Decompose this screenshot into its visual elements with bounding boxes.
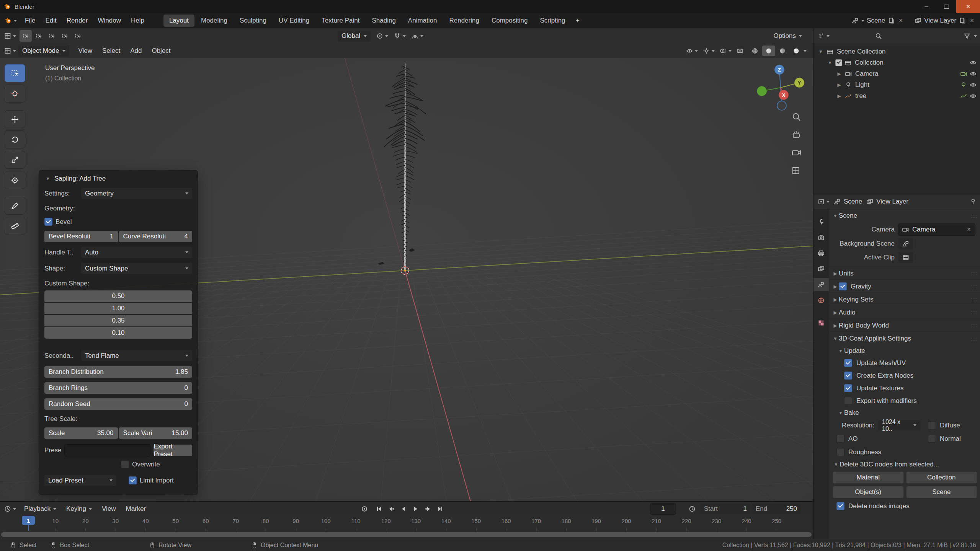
jump-to-end-button[interactable] [435,504,445,514]
tool-annotate[interactable] [5,197,25,215]
bake-ao-checkbox[interactable]: AO [836,435,858,443]
custom-shape-value-field[interactable]: 0.35 [44,315,192,326]
overlays-dropdown[interactable] [719,47,732,55]
preview-range-icon[interactable] [688,505,696,513]
menu-view[interactable]: View [73,47,97,55]
menu-playback[interactable]: Playback [19,505,61,513]
delete-subsection-header[interactable]: ▼Delete 3DC nodes from selected... [829,459,980,470]
gravity-checkbox[interactable] [839,282,847,290]
curve-resolution-field[interactable]: Curve Resoluti 4 [119,231,193,242]
minimize-button[interactable]: – [916,0,936,13]
custom-shape-value-field[interactable]: 0.50 [44,290,192,302]
custom-shape-value-field[interactable]: 0.10 [44,327,192,339]
export-with-modifiers-checkbox[interactable]: Export with modifiers [829,395,980,407]
viewport-editor-type-button[interactable] [0,47,18,55]
section-gravity[interactable]: ▶Gravity [829,280,980,293]
select-mode-lasso[interactable] [59,30,71,42]
shading-rendered-button[interactable] [790,46,803,56]
scale-field[interactable]: Scale35.00 [44,427,118,439]
options-dropdown[interactable]: Options [773,32,802,40]
background-scene-field[interactable] [898,238,913,249]
tool-scale[interactable] [5,151,25,169]
delete-scene-button[interactable]: Scene [906,486,977,498]
shape-dropdown[interactable]: Custom Shape [81,263,192,274]
add-workspace-button[interactable]: + [572,15,583,27]
preset-name-input[interactable] [64,444,150,456]
viewport-3d[interactable]: ZYX User Perspective (1) Collection ▼Sap… [0,58,813,501]
frame-end-field[interactable]: End250 [752,504,801,514]
unlink-scene-button[interactable]: × [897,17,904,24]
menu-object[interactable]: Object [147,47,175,55]
handle-type-dropdown[interactable]: Auto [81,247,192,258]
xray-toggle[interactable] [736,47,744,55]
disclosure-icon[interactable]: ▼ [817,49,824,54]
outliner-row-camera[interactable]: ▶Camera [813,68,980,79]
collection-checkbox[interactable] [835,59,842,66]
workspace-tab-animation[interactable]: Animation [402,15,443,27]
outliner-row-scene-collection[interactable]: ▼Scene Collection [813,46,980,57]
editor-type-button[interactable] [0,32,19,40]
frame-start-field[interactable]: Start1 [700,504,751,514]
update-textures-checkbox[interactable]: Update Textures [829,382,980,395]
bevel-resolution-field[interactable]: Bevel Resoluti 1 [44,231,118,242]
workspace-tab-compositing[interactable]: Compositing [486,15,534,27]
section-audio[interactable]: ▶Audio [829,306,980,319]
close-button[interactable]: × [956,0,980,13]
menu-window[interactable]: Window [93,17,126,24]
tab-output[interactable] [813,247,829,260]
tool-rotate[interactable] [5,130,25,148]
menu-file[interactable]: File [20,17,40,24]
prev-keyframe-button[interactable] [386,504,396,514]
playhead[interactable]: 1 [22,516,35,525]
camera-field[interactable]: Camera × [898,223,975,236]
workspace-tab-sculpting[interactable]: Sculpting [234,15,272,27]
random-seed-slider[interactable]: Random Seed0 [44,398,192,410]
section-units[interactable]: ▶Units [829,267,980,280]
workspace-tab-rendering[interactable]: Rendering [443,15,485,27]
workspace-tab-layout[interactable]: Layout [163,15,194,27]
timeline-editor-type-button[interactable] [0,505,19,513]
select-mode-box[interactable] [33,30,45,42]
bake-normal-checkbox[interactable]: Normal [928,435,975,443]
properties-editor-type-button[interactable] [817,198,830,205]
breadcrumb-view-layer[interactable]: View Layer [866,198,908,205]
disclosure-icon[interactable]: ▶ [836,82,843,88]
mode-dropdown[interactable]: Object Mode [18,46,69,57]
pivot-point-dropdown[interactable] [376,32,388,40]
new-scene-icon[interactable] [887,17,895,24]
jump-to-start-button[interactable] [374,504,384,514]
menu-marker[interactable]: Marker [121,505,151,513]
view-layer-selector[interactable]: View Layer × [914,17,975,24]
custom-shape-value-field[interactable]: 1.00 [44,303,192,314]
update-mesh-uv-checkbox[interactable]: Update Mesh/UV [829,357,980,369]
timeline-scrollbar[interactable] [1,532,812,537]
tool-select-box[interactable] [5,64,25,82]
bake-subsection-header[interactable]: ▼Bake [829,407,980,419]
section-keying-sets[interactable]: ▶Keying Sets [829,293,980,306]
outliner-editor-type-button[interactable] [817,32,830,40]
section-rigid-body-world[interactable]: ▶Rigid Body World [829,319,980,332]
tab-world[interactable] [813,294,829,307]
load-preset-dropdown[interactable]: Load Preset [44,475,116,486]
update-subsection-header[interactable]: ▼Update [829,345,980,357]
object-visibility-dropdown[interactable] [686,47,698,55]
auto-keying-button[interactable] [359,504,369,514]
tab-scene[interactable] [813,278,829,291]
settings-dropdown[interactable]: Geometry [81,188,192,199]
menu-timeline-view[interactable]: View [97,505,121,513]
secondary-dropdown[interactable]: Tend Flame [81,350,192,361]
scale-variation-field[interactable]: Scale Vari15.00 [119,427,193,439]
search-icon[interactable] [875,32,882,40]
new-view-layer-icon[interactable] [959,17,966,24]
menu-select[interactable]: Select [97,47,125,55]
app-menu-button[interactable] [0,17,20,24]
shading-options-caret[interactable] [804,50,807,52]
remove-view-layer-button[interactable]: × [969,17,975,24]
menu-keying[interactable]: Keying [61,505,97,513]
tool-transform[interactable] [5,171,25,189]
shading-wireframe-button[interactable] [748,46,761,56]
maximize-button[interactable] [936,0,956,13]
resolution-dropdown[interactable]: 1024 x 10.. [878,420,920,430]
outliner-row-tree[interactable]: ▶tree [813,90,980,101]
breadcrumb-scene[interactable]: Scene [833,198,862,205]
